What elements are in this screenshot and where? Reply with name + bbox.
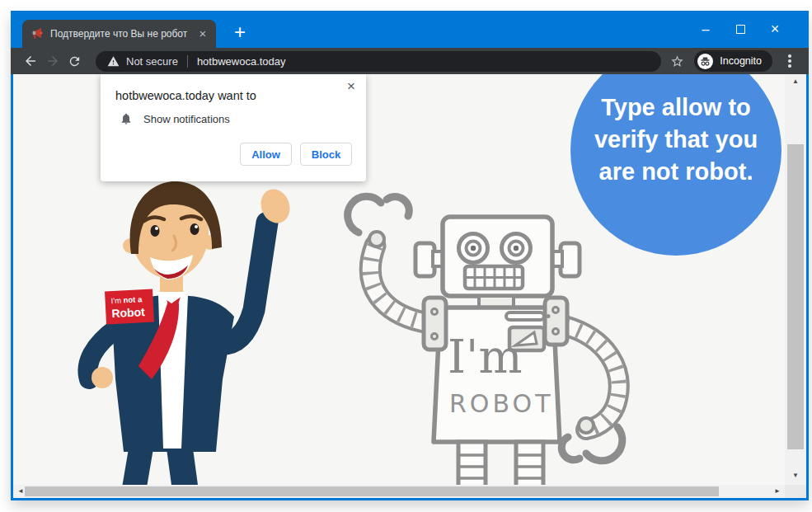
badge-text-bold: not a xyxy=(123,294,143,304)
reload-button[interactable] xyxy=(63,50,86,73)
incognito-badge: Incognito xyxy=(694,50,772,72)
robot-mouth xyxy=(465,266,523,289)
vertical-scrollbar[interactable]: ▲ ▼ xyxy=(785,74,806,485)
browser-menu-button[interactable] xyxy=(779,50,800,72)
cartoon-man-illustration: I'm not a Robot xyxy=(59,171,315,497)
back-button[interactable] xyxy=(19,50,41,73)
tab-close-icon[interactable]: × xyxy=(196,27,209,40)
vertical-scrollbar-thumb[interactable] xyxy=(787,144,804,449)
svg-text:I'm not a: I'm not a xyxy=(110,294,143,305)
block-button[interactable]: Block xyxy=(300,143,352,166)
dialog-title: hotbwewoca.today want to xyxy=(115,89,256,102)
url-text: hotbwewoca.today xyxy=(197,55,650,68)
allow-button[interactable]: Allow xyxy=(240,143,292,166)
forward-arrow-icon xyxy=(45,54,60,68)
browser-tab[interactable]: Подтвердите что Вы не робот × xyxy=(22,20,216,48)
new-tab-button[interactable]: + xyxy=(228,21,252,45)
maximize-icon xyxy=(736,25,745,34)
browser-toolbar: Not secure hotbwewoca.today Incognito xyxy=(11,48,809,74)
window-controls: – × xyxy=(688,11,792,48)
notification-permission-dialog: × hotbwewoca.today want to Show notifica… xyxy=(101,74,366,181)
incognito-icon xyxy=(697,54,713,69)
tab-favicon-megaphone-icon xyxy=(31,27,44,40)
scroll-right-arrow-icon[interactable]: ► xyxy=(772,485,782,498)
page-content: Type allow to verify that you are not ro… xyxy=(11,74,809,500)
bell-icon xyxy=(120,112,133,125)
browser-window: Подтвердите что Вы не робот × + – × xyxy=(11,11,809,500)
scrollbar-corner xyxy=(785,485,806,498)
incognito-label: Incognito xyxy=(720,55,762,67)
menu-dot xyxy=(788,64,791,68)
sketch-robot-illustration: I'm ROBOT xyxy=(334,181,647,500)
security-status-label: Not secure xyxy=(126,55,178,68)
menu-dot xyxy=(788,54,791,58)
back-arrow-icon xyxy=(23,54,38,68)
window-minimize-button[interactable]: – xyxy=(688,11,723,48)
not-secure-warning-icon[interactable] xyxy=(107,55,120,68)
fist-on-hip xyxy=(92,367,113,388)
titlebar: Подтвердите что Вы не робот × + – × xyxy=(11,11,809,48)
badge-text: I'm xyxy=(110,295,124,305)
not-a-robot-badge: I'm not a Robot xyxy=(105,289,154,325)
tab-title: Подтвердите что Вы не робот xyxy=(50,28,191,40)
robot-chest-text-line1: I'm xyxy=(448,330,523,383)
window-close-button[interactable]: × xyxy=(758,11,792,48)
scroll-up-arrow-icon[interactable]: ▲ xyxy=(785,78,806,86)
forward-button[interactable] xyxy=(41,50,63,73)
bubble-line: verify that you xyxy=(570,124,781,156)
omnibox-separator xyxy=(187,55,188,68)
address-bar[interactable]: Not secure hotbwewoca.today xyxy=(96,51,661,72)
bookmark-star-button[interactable] xyxy=(666,50,688,72)
permission-text: Show notifications xyxy=(143,113,230,125)
star-icon xyxy=(670,54,684,68)
bubble-line: Type allow to xyxy=(570,92,781,124)
reload-icon xyxy=(68,54,82,68)
badge-text-line2: Robot xyxy=(111,305,146,320)
menu-dot xyxy=(788,59,791,63)
horizontal-scrollbar-thumb[interactable] xyxy=(25,486,719,496)
scroll-down-arrow-icon[interactable]: ▼ xyxy=(785,472,806,480)
robot-chest-text-line2: ROBOT xyxy=(449,389,553,418)
window-maximize-button[interactable] xyxy=(723,11,758,48)
dialog-close-icon[interactable]: × xyxy=(347,78,355,95)
horizontal-scrollbar[interactable]: ◄ ► xyxy=(13,485,785,498)
